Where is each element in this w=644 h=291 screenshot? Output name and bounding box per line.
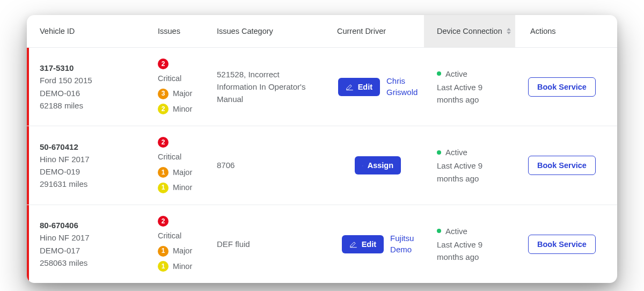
last-active-text: Last Active 9 months ago: [437, 81, 510, 106]
issues-category-cell: DEF fluid: [204, 205, 324, 283]
driver-name-line1: Fujitsu: [390, 234, 414, 243]
last-active-text: Last Active 9 months ago: [437, 159, 510, 185]
major-badge: 1: [158, 167, 169, 178]
vehicle-model: Ford 150 2015: [40, 74, 140, 86]
status-row: Active: [437, 68, 510, 80]
pencil-icon: [346, 83, 354, 91]
issues-category-text: 521528, Incorrect Information In Operato…: [217, 68, 319, 106]
issue-minor: 1 Minor: [158, 181, 199, 193]
critical-badge: 2: [158, 137, 169, 148]
minor-label: Minor: [173, 260, 192, 272]
connection-cell: Active Last Active 9 months ago: [424, 48, 515, 126]
col-vehicle-id-label: Vehicle ID: [40, 27, 75, 35]
status-text: Active: [445, 146, 467, 158]
vehicle-model: Hino NF 2017: [40, 231, 140, 244]
vehicle-cell: 50-670412 Hino NF 2017 DEMO-019 291631 m…: [27, 126, 145, 204]
issue-minor: 1 Minor: [158, 260, 199, 272]
vehicles-table-card: Vehicle ID Issues Issues Category Curren…: [27, 15, 617, 283]
status-row: Active: [437, 225, 510, 237]
issue-major: 1 Major: [158, 166, 199, 178]
driver-cell: Edit Fujitsu Demo: [324, 205, 424, 283]
last-active-text: Last Active 9 months ago: [437, 238, 510, 264]
issue-major: 3 Major: [158, 88, 199, 99]
edit-label: Edit: [362, 240, 376, 249]
issues-category-text: 8706: [217, 159, 319, 171]
table-row: 50-670412 Hino NF 2017 DEMO-019 291631 m…: [27, 126, 617, 205]
issue-critical: 2: [158, 59, 199, 69]
vehicle-cell: 80-670406 Hino NF 2017 DEMO-017 258063 m…: [27, 205, 145, 283]
vehicle-demo: DEMO-016: [40, 87, 140, 99]
issues-cell: 2 Critical 1 Major 1 Minor: [145, 205, 204, 283]
col-device-connection-label: Device Connection: [437, 27, 502, 35]
critical-badge: 2: [158, 59, 169, 69]
vehicle-id: 317-5310: [40, 62, 140, 74]
issue-critical-label-row: Critical: [158, 72, 199, 84]
pencil-icon: [349, 240, 357, 248]
driver-name-line2: Griswold: [386, 88, 418, 97]
col-current-driver[interactable]: Current Driver: [324, 15, 424, 47]
assign-driver-button[interactable]: Assign: [355, 156, 401, 174]
issues-category-cell: 8706: [204, 126, 324, 204]
vehicle-id: 50-670412: [40, 141, 140, 153]
driver-cell: Edit Chris Griswold: [324, 48, 424, 126]
active-dot-icon: [437, 71, 441, 76]
issue-critical-label-row: Critical: [158, 151, 199, 163]
vehicle-mileage: 291631 miles: [40, 178, 140, 190]
issue-major: 1 Major: [158, 245, 199, 257]
major-badge: 3: [158, 89, 169, 99]
col-issues-category[interactable]: Issues Category: [204, 15, 324, 47]
edit-driver-button[interactable]: Edit: [342, 235, 384, 253]
major-label: Major: [173, 166, 192, 178]
book-service-button[interactable]: Book Service: [528, 235, 596, 254]
issue-critical-label-row: Critical: [158, 230, 199, 242]
issues-cell: 2 Critical 3 Major 2 Minor: [145, 48, 204, 126]
table-row: 317-5310 Ford 150 2015 DEMO-016 62188 mi…: [27, 48, 617, 126]
driver-link[interactable]: Fujitsu Demo: [390, 233, 414, 255]
col-actions-label: Actions: [530, 27, 556, 35]
vehicle-demo: DEMO-019: [40, 165, 140, 178]
table-header: Vehicle ID Issues Issues Category Curren…: [27, 15, 617, 48]
issue-minor: 2 Minor: [158, 103, 199, 115]
col-actions: Actions: [515, 15, 612, 47]
critical-label: Critical: [158, 72, 181, 84]
minor-badge: 1: [158, 261, 169, 272]
major-label: Major: [173, 88, 192, 99]
critical-label: Critical: [158, 230, 181, 242]
vehicle-demo: DEMO-017: [40, 244, 140, 257]
connection-cell: Active Last Active 9 months ago: [424, 205, 515, 283]
minor-label: Minor: [173, 181, 192, 193]
sort-icon[interactable]: [507, 28, 511, 34]
issues-category-text: DEF fluid: [217, 238, 319, 250]
edit-label: Edit: [358, 83, 372, 91]
vehicle-mileage: 62188 miles: [40, 99, 140, 112]
vehicle-mileage: 258063 miles: [40, 257, 140, 269]
col-vehicle-id[interactable]: Vehicle ID: [27, 15, 145, 47]
pencil-icon: [362, 162, 363, 170]
edit-driver-button[interactable]: Edit: [338, 78, 380, 96]
driver-name-line2: Demo: [390, 245, 412, 254]
actions-cell: Book Service: [515, 126, 612, 204]
col-issues-category-label: Issues Category: [217, 27, 273, 35]
status-text: Active: [445, 68, 467, 80]
issues-category-cell: 521528, Incorrect Information In Operato…: [204, 48, 324, 126]
minor-badge: 1: [158, 183, 169, 193]
table-row: 80-670406 Hino NF 2017 DEMO-017 258063 m…: [27, 205, 617, 283]
status-text: Active: [445, 225, 467, 237]
vehicle-model: Hino NF 2017: [40, 153, 140, 165]
col-current-driver-label: Current Driver: [337, 27, 386, 35]
book-service-button[interactable]: Book Service: [528, 156, 596, 175]
col-issues[interactable]: Issues: [145, 15, 204, 47]
col-device-connection[interactable]: Device Connection: [424, 15, 515, 47]
critical-badge: 2: [158, 216, 169, 227]
connection-cell: Active Last Active 9 months ago: [424, 126, 515, 204]
critical-label: Critical: [158, 151, 181, 163]
major-label: Major: [173, 245, 192, 257]
status-row: Active: [437, 146, 510, 158]
issues-cell: 2 Critical 1 Major 1 Minor: [145, 126, 204, 204]
major-badge: 1: [158, 246, 169, 257]
driver-name-line1: Chris: [386, 76, 405, 85]
driver-link[interactable]: Chris Griswold: [386, 76, 418, 98]
book-service-button[interactable]: Book Service: [528, 77, 596, 97]
issue-critical: 2: [158, 137, 199, 148]
minor-badge: 2: [158, 104, 169, 114]
